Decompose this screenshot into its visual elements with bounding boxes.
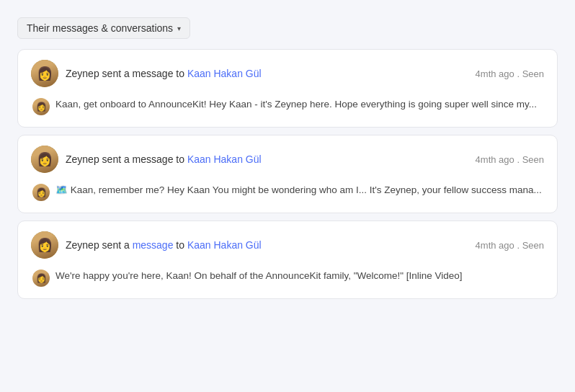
- sender-name: Zeynep: [66, 68, 99, 79]
- conversation-card: 👩 Zeynep sent a message to Kaan Hakan Gü…: [17, 49, 558, 128]
- sender-text: Zeynep sent a message to Kaan Hakan Gül: [66, 153, 262, 165]
- action-text: sent a message to: [102, 153, 187, 165]
- avatar-face: 👩: [31, 60, 58, 87]
- action-text: sent a message to: [102, 68, 187, 79]
- message-text: Kaan, get onboard to AnnounceKit! Hey Ka…: [55, 97, 537, 112]
- sender-text: Zeynep sent a message to Kaan Hakan Gül: [66, 239, 262, 251]
- avatar: 👩: [31, 231, 58, 259]
- message-avatar-icon: 👩: [32, 98, 50, 115]
- conversation-card: 👩 Zeynep sent a message to Kaan Hakan Gü…: [17, 220, 558, 299]
- messages-dropdown-button[interactable]: Their messages & conversations ▾: [17, 17, 190, 39]
- dropdown-label: Their messages & conversations: [27, 22, 173, 34]
- timestamp: 4mth ago . Seen: [476, 154, 544, 165]
- chevron-down-icon: ▾: [177, 24, 181, 32]
- card-header: 👩 Zeynep sent a message to Kaan Hakan Gü…: [31, 231, 544, 259]
- card-header: 👩 Zeynep sent a message to Kaan Hakan Gü…: [31, 146, 544, 173]
- avatar: 👩: [31, 146, 58, 173]
- recipient-link[interactable]: Kaan Hakan Gül: [187, 68, 262, 79]
- page-container: Their messages & conversations ▾ 👩 Zeyne…: [12, 12, 563, 305]
- message-preview: 👩 🗺️ Kaan, remember me? Hey Kaan You mig…: [31, 183, 544, 201]
- action-suffix: to: [176, 239, 187, 251]
- sender-text: Zeynep sent a message to Kaan Hakan Gül: [66, 68, 262, 79]
- conversation-card: 👩 Zeynep sent a message to Kaan Hakan Gü…: [17, 135, 558, 213]
- sender-info: 👩 Zeynep sent a message to Kaan Hakan Gü…: [31, 231, 262, 259]
- message-text: We're happy you're here, Kaan! On behalf…: [55, 269, 463, 283]
- message-avatar-icon: 👩: [32, 270, 50, 287]
- recipient-link[interactable]: Kaan Hakan Gül: [187, 153, 262, 165]
- sender-name: Zeynep: [66, 153, 99, 165]
- avatar: 👩: [31, 60, 58, 87]
- timestamp: 4mth ago . Seen: [476, 68, 544, 79]
- card-header: 👩 Zeynep sent a message to Kaan Hakan Gü…: [31, 60, 544, 87]
- avatar-face: 👩: [31, 231, 58, 259]
- timestamp: 4mth ago . Seen: [476, 240, 544, 251]
- message-link[interactable]: message: [133, 239, 174, 251]
- message-preview: 👩 Kaan, get onboard to AnnounceKit! Hey …: [31, 97, 544, 115]
- recipient-link[interactable]: Kaan Hakan Gül: [187, 239, 262, 251]
- message-avatar-icon: 👩: [32, 184, 50, 201]
- avatar-face: 👩: [31, 146, 58, 173]
- action-prefix: sent a: [102, 239, 133, 251]
- sender-name: Zeynep: [66, 239, 99, 251]
- sender-info: 👩 Zeynep sent a message to Kaan Hakan Gü…: [31, 60, 262, 87]
- conversations-list: 👩 Zeynep sent a message to Kaan Hakan Gü…: [17, 49, 558, 299]
- message-preview: 👩 We're happy you're here, Kaan! On beha…: [31, 269, 544, 287]
- sender-info: 👩 Zeynep sent a message to Kaan Hakan Gü…: [31, 146, 262, 173]
- message-text: 🗺️ Kaan, remember me? Hey Kaan You might…: [55, 183, 542, 197]
